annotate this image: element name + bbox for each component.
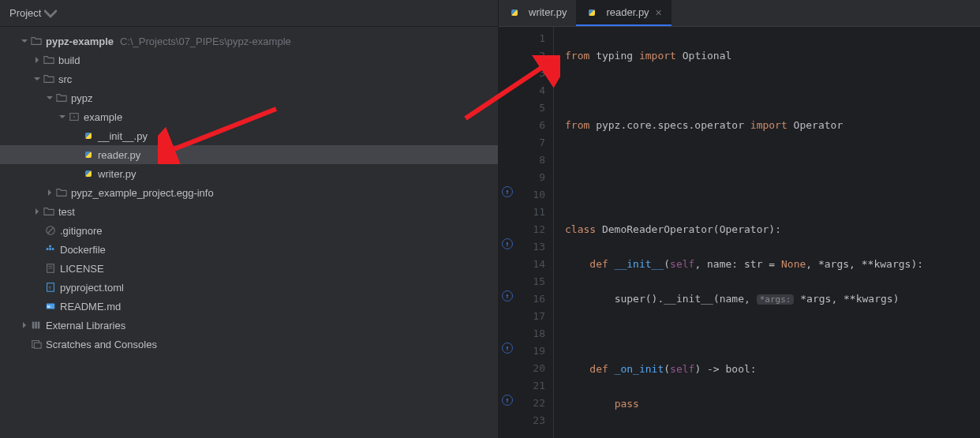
tree-label: Scratches and Consoles [46,339,157,350]
sidebar-title: Project [9,7,41,19]
override-gutter-icon[interactable] [502,343,513,354]
tree-item-reader[interactable]: reader.py [0,145,498,164]
caret-right-icon[interactable] [32,206,43,217]
text-file-icon [44,262,57,275]
docker-icon [44,243,57,256]
tree-label: test [58,206,75,218]
line-number: 22 [533,397,545,409]
close-icon[interactable]: × [656,6,662,19]
tree-label: example [84,111,122,123]
gitignore-icon [44,224,57,237]
toml-file-icon: T [44,281,57,294]
package-icon [68,110,80,123]
tree-root[interactable]: pypz-example C:\_Projects\07_PIPEs\pypz-… [0,32,498,51]
tree-label: pypz_example_project.egg-info [71,187,214,199]
line-number: 20 [499,360,545,377]
caret-down-icon[interactable] [19,36,30,47]
line-number: 5 [499,99,545,117]
tree-item-pyproject[interactable]: T pyproject.toml [0,278,498,297]
override-gutter-icon[interactable] [502,238,513,249]
line-numbers: 1 2 3 4 5 6 7 8 9 10 11 12 13 14 15 16 1… [499,27,554,438]
tree-label: README.md [60,301,121,313]
tree-item-test[interactable]: test [0,202,498,221]
python-file-icon [508,6,521,19]
tree-label: pypz [71,92,92,104]
tree-item-egg[interactable]: pypz_example_project.egg-info [0,183,498,202]
tree-item-src[interactable]: src [0,69,498,88]
line-number: 13 [533,241,545,253]
svg-rect-7 [52,248,54,250]
override-gutter-icon[interactable] [502,395,513,406]
svg-rect-6 [49,245,51,248]
caret-down-icon[interactable] [32,73,43,84]
line-number: 4 [499,82,545,99]
tab-writer[interactable]: writer.py [499,0,576,26]
tree-item-dockerfile[interactable]: Dockerfile [0,240,498,259]
svg-rect-15 [32,322,35,329]
tree-item-scratches[interactable]: Scratches and Consoles [0,335,498,354]
line-number: 10 [533,189,545,200]
svg-point-1 [73,116,75,118]
sidebar-header[interactable]: Project [0,0,498,27]
tree-item-license[interactable]: LICENSE [0,259,498,278]
chevron-down-icon [44,7,57,20]
folder-icon [43,73,55,85]
tree-item-example[interactable]: example [0,107,498,126]
folder-icon [43,205,55,218]
svg-text:T: T [48,286,51,290]
caret-right-icon[interactable] [32,54,43,66]
python-file-icon [82,129,95,142]
svg-rect-5 [49,248,51,250]
svg-rect-4 [47,248,49,250]
caret-right-icon[interactable] [44,187,55,198]
tree-item-external-libraries[interactable]: External Libraries [0,316,498,335]
line-number: 1 [499,30,545,47]
code-editor[interactable]: 1 2 3 4 5 6 7 8 9 10 11 12 13 14 15 16 1… [499,27,980,438]
line-number: 14 [499,256,545,273]
project-tree: pypz-example C:\_Projects\07_PIPEs\pypz-… [0,27,498,358]
tab-reader[interactable]: reader.py × [576,0,671,26]
tree-path: C:\_Projects\07_PIPEs\pypz-example [120,36,291,47]
override-gutter-icon[interactable] [502,290,513,301]
python-file-icon [585,6,598,19]
line-number: 23 [499,412,545,429]
tree-item-readme[interactable]: M↓ README.md [0,297,498,316]
inline-hint: *args: [757,294,795,305]
tree-item-pypz[interactable]: pypz [0,88,498,107]
scratches-icon [30,338,43,350]
svg-rect-17 [38,322,40,329]
line-number: 6 [499,117,545,134]
tree-label: pypz-example [46,36,114,47]
tree-label: LICENSE [60,263,104,275]
tree-item-writer[interactable]: writer.py [0,164,498,183]
python-file-icon [82,167,95,180]
python-file-icon [82,148,95,161]
caret-right-icon[interactable] [19,320,30,331]
folder-icon [55,92,68,104]
line-number: 17 [499,308,545,325]
svg-rect-19 [34,343,41,348]
folder-icon [30,35,43,47]
library-icon [30,319,43,331]
project-sidebar: Project pypz-example C:\_Projects\07_PIP… [0,0,499,438]
tab-label: reader.py [606,6,649,18]
caret-down-icon[interactable] [57,111,68,122]
line-number: 16 [533,293,545,305]
tree-label: External Libraries [46,320,125,331]
tree-item-gitignore[interactable]: .gitignore [0,221,498,240]
tree-item-init[interactable]: __init__.py [0,126,498,145]
folder-icon [55,186,68,199]
line-number: 7 [499,134,545,152]
tree-item-build[interactable]: build [0,51,498,69]
line-number: 19 [533,345,545,357]
override-gutter-icon[interactable] [502,186,513,197]
line-number: 11 [499,204,545,221]
tree-label: writer.py [98,168,136,180]
tree-label: Dockerfile [60,244,106,256]
markdown-icon: M↓ [44,300,57,313]
editor-tabs: writer.py reader.py × [499,0,980,27]
tree-label: reader.py [98,149,140,161]
caret-down-icon[interactable] [44,92,55,103]
editor-pane: writer.py reader.py × 1 2 3 4 5 6 7 8 9 … [499,0,980,438]
code-content[interactable]: from typing import Optional from pypz.co… [554,27,954,438]
